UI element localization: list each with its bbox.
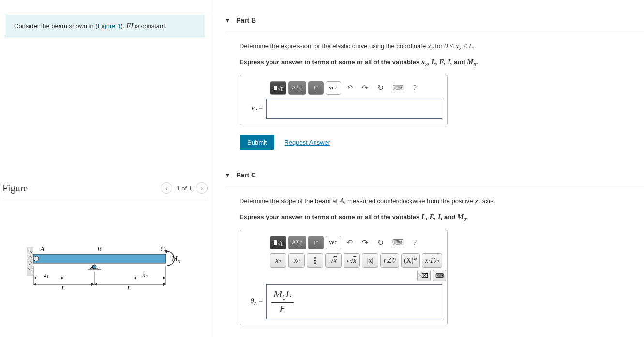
svg-marker-25 — [163, 277, 166, 279]
svg-marker-28 — [33, 283, 36, 286]
redo-button[interactable]: ↷ — [359, 81, 372, 95]
svg-marker-11 — [165, 249, 169, 253]
sort-button[interactable]: ↓↑ — [308, 236, 324, 249]
svg-rect-37 — [274, 240, 277, 245]
part-b-title: Part B — [236, 16, 256, 24]
svg-rect-35 — [274, 86, 277, 90]
svg-marker-24 — [133, 277, 136, 279]
part-b-instruction: Express your answer in terms of some or … — [240, 58, 644, 67]
greek-button[interactable]: ΑΣφ — [288, 81, 306, 95]
figure-next-button[interactable]: › — [196, 182, 208, 194]
svg-marker-29 — [91, 283, 94, 286]
nthroot-button[interactable]: n√x — [344, 253, 360, 268]
svg-text:x1: x1 — [44, 271, 49, 279]
part-b-toolbar: √▯ ΑΣφ ↓↑ vec ↶ ↷ ↻ ⌨ ? — [270, 81, 442, 95]
problem-intro: Consider the beam shown in (Figure 1). E… — [5, 15, 205, 37]
request-answer-link[interactable]: Request Answer — [284, 139, 330, 146]
svg-text:L: L — [61, 285, 65, 292]
keyboard-button[interactable]: ⌨ — [389, 81, 406, 95]
figure-prev-button[interactable]: ‹ — [161, 182, 172, 194]
part-c-body: Determine the slope of the beam at A, me… — [225, 186, 644, 325]
superscript-button[interactable]: xa — [270, 253, 286, 268]
part-c-toolbar: √▯ ΑΣφ ↓↑ vec ↶ ↷ ↻ ⌨ ? — [270, 236, 442, 249]
help-button[interactable]: ? — [408, 236, 422, 249]
svg-marker-32 — [94, 283, 97, 286]
part-c-question: Determine the slope of the beam at A, me… — [240, 195, 644, 208]
svg-text:B: B — [97, 247, 102, 253]
part-c-answer-box: √▯ ΑΣφ ↓↑ vec ↶ ↷ ↻ ⌨ ? xa xb ab √x n√x … — [240, 230, 448, 325]
part-c-subtoolbar: xa xb ab √x n√x |x| r∠θ (X)* x·10n — [270, 253, 442, 268]
figure-image: A B C M0 x1 x2 — [2, 247, 208, 301]
svg-rect-6 — [33, 254, 166, 263]
right-panel: ▼ Part B Determine the expression for th… — [210, 0, 644, 337]
ei-var: EI — [126, 22, 133, 29]
reset-button[interactable]: ↻ — [374, 236, 388, 249]
figure-nav: ‹ 1 of 1 › — [161, 182, 208, 194]
fraction-button[interactable]: ab — [307, 253, 323, 268]
intro-text: Consider the beam shown in ( — [14, 22, 98, 29]
conjugate-button[interactable]: (X)* — [401, 253, 420, 268]
part-b-header[interactable]: ▼ Part B — [225, 10, 644, 31]
svg-text:C: C — [160, 247, 165, 253]
collapse-icon: ▼ — [225, 172, 230, 178]
collapse-icon: ▼ — [225, 17, 230, 23]
part-b-body: Determine the expression for the elastic… — [225, 31, 644, 150]
templates-button[interactable]: √▯ — [270, 236, 286, 249]
svg-marker-20 — [61, 277, 64, 279]
svg-marker-21 — [33, 277, 36, 279]
sort-button[interactable]: ↓↑ — [308, 81, 324, 95]
scientific-button[interactable]: x·10n — [422, 253, 442, 268]
part-b-question: Determine the expression for the elastic… — [240, 40, 644, 53]
svg-text:√▯: √▯ — [278, 240, 283, 246]
svg-point-8 — [92, 265, 96, 269]
redo-button[interactable]: ↷ — [359, 236, 372, 249]
reset-button[interactable]: ↻ — [374, 81, 388, 95]
backspace-button[interactable]: ⌫ — [417, 270, 431, 281]
keyboard-button[interactable]: ⌨ — [433, 270, 446, 281]
keyboard-button[interactable]: ⌨ — [389, 236, 406, 249]
undo-button[interactable]: ↶ — [343, 81, 357, 95]
figure-pager: 1 of 1 — [176, 185, 192, 192]
svg-text:√▯: √▯ — [278, 86, 283, 91]
svg-marker-33 — [163, 283, 166, 286]
part-c-header[interactable]: ▼ Part C — [225, 164, 644, 186]
help-button[interactable]: ? — [408, 81, 422, 95]
greek-button[interactable]: ΑΣφ — [288, 236, 306, 249]
part-b-answer-label: v2 = — [245, 104, 266, 113]
figure-section: Figure ‹ 1 of 1 › — [0, 182, 210, 301]
undo-button[interactable]: ↶ — [343, 236, 357, 249]
abs-button[interactable]: |x| — [362, 253, 378, 268]
svg-text:A: A — [40, 247, 45, 253]
polar-button[interactable]: r∠θ — [380, 253, 399, 268]
part-c-title: Part C — [236, 171, 256, 179]
submit-button[interactable]: Submit — [240, 135, 274, 150]
svg-point-7 — [34, 256, 39, 261]
svg-text:L: L — [127, 285, 131, 292]
templates-button[interactable]: √▯ — [270, 81, 286, 95]
vec-button[interactable]: vec — [326, 236, 341, 249]
part-c-answer-label: θA = — [245, 297, 266, 306]
figure-link[interactable]: Figure 1 — [98, 22, 121, 29]
part-c-instruction: Express your answer in terms of some or … — [240, 213, 644, 222]
svg-text:x2: x2 — [142, 271, 148, 279]
vec-button[interactable]: vec — [326, 81, 341, 95]
left-panel: Consider the beam shown in (Figure 1). E… — [0, 0, 210, 337]
part-b-answer-box: √▯ ΑΣφ ↓↑ vec ↶ ↷ ↻ ⌨ ? v2 = — [240, 75, 448, 125]
part-b-answer-input[interactable] — [266, 99, 442, 119]
part-c-answer-input[interactable]: M0L E — [266, 284, 442, 319]
figure-title: Figure — [2, 183, 28, 194]
subscript-button[interactable]: xb — [288, 253, 305, 268]
sqrt-button[interactable]: √x — [325, 253, 342, 268]
